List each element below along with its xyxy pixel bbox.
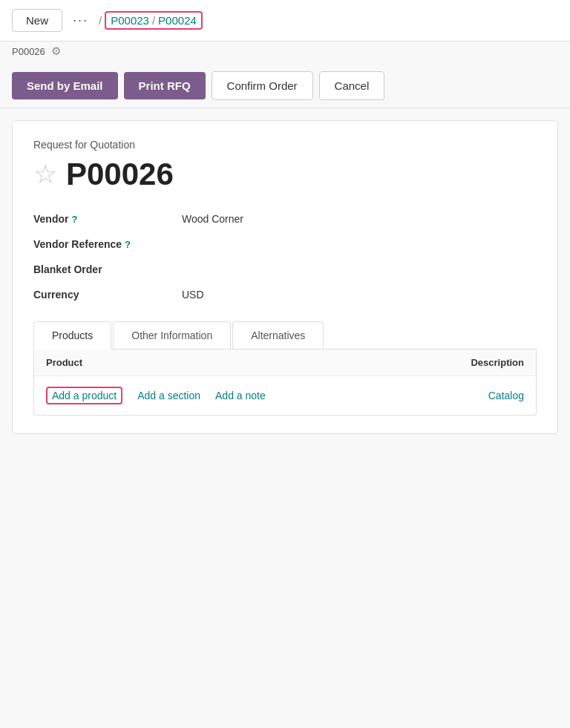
vendor-help-icon[interactable]: ? <box>71 214 77 225</box>
record-id-label: P00026 <box>12 46 45 57</box>
doc-type-label: Request for Quotation <box>33 139 537 151</box>
breadcrumb-link-1[interactable]: P00023 <box>111 14 149 27</box>
vendor-label: Vendor ? <box>33 213 182 225</box>
new-button[interactable]: New <box>12 9 62 32</box>
action-bar: Send by Email Print RFQ Confirm Order Ca… <box>0 64 570 108</box>
catalog-link[interactable]: Catalog <box>488 390 524 401</box>
tab-alternatives[interactable]: Alternatives <box>232 321 324 349</box>
currency-value[interactable]: USD <box>182 289 204 301</box>
record-header: ☆ P00026 <box>33 157 537 192</box>
more-options-button[interactable]: ··· <box>68 10 93 31</box>
gear-icon[interactable]: ⚙ <box>51 45 61 58</box>
confirm-order-button[interactable]: Confirm Order <box>212 71 313 100</box>
blanket-order-row: Blanket Order <box>33 263 537 275</box>
blanket-order-label: Blanket Order <box>33 263 182 275</box>
add-note-link[interactable]: Add a note <box>215 390 266 401</box>
record-label-row: P00026 ⚙ <box>0 42 570 64</box>
breadcrumb-link-2[interactable]: P00024 <box>158 14 197 27</box>
table-header-row: Product Description <box>34 350 536 376</box>
add-row: Add a product Add a section Add a note C… <box>34 376 536 415</box>
breadcrumb-highlight-box: P00023 / P00024 <box>105 11 203 30</box>
column-product: Product <box>46 357 209 368</box>
add-product-link[interactable]: Add a product <box>46 387 122 404</box>
blanket-order-label-text: Blanket Order <box>33 263 102 275</box>
print-rfq-button[interactable]: Print RFQ <box>124 72 206 99</box>
breadcrumb-sep-2: / <box>152 14 155 27</box>
vendor-reference-help-icon[interactable]: ? <box>125 239 131 250</box>
breadcrumb-sep-1: / <box>99 14 102 27</box>
breadcrumb: / P00023 / P00024 <box>99 11 203 30</box>
currency-label-text: Currency <box>33 289 79 301</box>
main-card: Request for Quotation ☆ P00026 Vendor ? … <box>12 120 558 434</box>
vendor-value[interactable]: Wood Corner <box>182 213 243 225</box>
vendor-label-text: Vendor <box>33 213 68 225</box>
currency-label: Currency <box>33 289 182 301</box>
favorite-star-icon[interactable]: ☆ <box>33 161 57 188</box>
top-nav: New ··· / P00023 / P00024 <box>0 0 570 42</box>
products-table: Product Description Add a product Add a … <box>33 350 537 416</box>
vendor-reference-row: Vendor Reference ? <box>33 238 537 250</box>
column-description: Description <box>209 357 524 368</box>
record-title: P00026 <box>66 157 174 192</box>
tab-other-information[interactable]: Other Information <box>113 321 231 349</box>
tab-products[interactable]: Products <box>33 321 111 350</box>
tabs-container: Products Other Information Alternatives <box>33 321 537 350</box>
cancel-button[interactable]: Cancel <box>319 71 385 100</box>
vendor-reference-label: Vendor Reference ? <box>33 238 182 250</box>
vendor-row: Vendor ? Wood Corner <box>33 213 537 225</box>
vendor-reference-label-text: Vendor Reference <box>33 238 122 250</box>
send-by-email-button[interactable]: Send by Email <box>12 72 118 99</box>
currency-row: Currency USD <box>33 289 537 301</box>
form-section: Vendor ? Wood Corner Vendor Reference ? … <box>33 213 537 301</box>
add-section-link[interactable]: Add a section <box>137 390 200 401</box>
